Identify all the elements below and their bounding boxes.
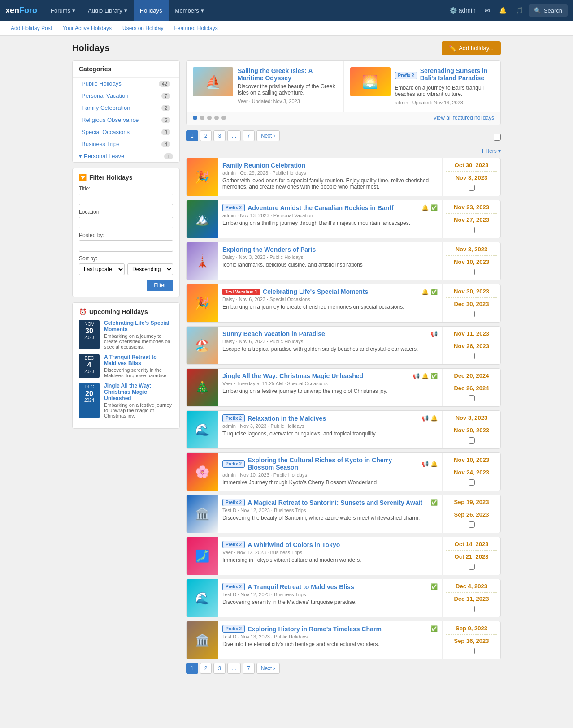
- check-icon[interactable]: ✅: [430, 289, 438, 295]
- check-icon[interactable]: ✅: [430, 583, 438, 590]
- category-personal-leave[interactable]: ▾ Personal Leave 1: [73, 150, 179, 162]
- category-personal-vacation[interactable]: Personal Vacation 7: [73, 90, 179, 102]
- holiday-main-8: Prefix 2 A Magical Retreat to Santorini:…: [218, 495, 442, 533]
- holiday-title-8[interactable]: A Magical Retreat to Santorini: Sunsets …: [247, 499, 422, 506]
- filter-posted-by-input[interactable]: [79, 240, 173, 252]
- bell-icon[interactable]: 🔔: [421, 373, 429, 379]
- holiday-checkbox-6[interactable]: [469, 437, 475, 444]
- view-all-featured[interactable]: View all featured holidays: [433, 115, 494, 121]
- megaphone-icon[interactable]: 📢: [412, 373, 420, 379]
- nav-holidays[interactable]: Holidays: [134, 0, 169, 21]
- holiday-checkbox-3[interactable]: [469, 311, 475, 317]
- page-container: Holidays ✏️ Add holiday... Categories Pu…: [67, 36, 506, 683]
- trophies-icon[interactable]: 🎵: [512, 0, 527, 21]
- category-business-trips[interactable]: Business Trips 4: [73, 138, 179, 150]
- megaphone-icon[interactable]: 📢: [421, 415, 429, 422]
- holiday-checkbox-2[interactable]: [469, 269, 475, 275]
- holiday-meta-1: admin · Nov 13, 2023 · Personal Vacation: [222, 213, 438, 218]
- holiday-start-1: Nov 23, 2023: [454, 204, 489, 211]
- order-select[interactable]: Descending Ascending: [127, 263, 173, 275]
- page-1-bottom[interactable]: 1: [186, 663, 198, 674]
- subnav-users-on-holiday[interactable]: Users on Holiday: [117, 21, 169, 36]
- check-icon[interactable]: ✅: [430, 499, 438, 506]
- carousel-dot-4[interactable]: [221, 116, 226, 120]
- nav-forums[interactable]: Forums ▾: [44, 0, 82, 21]
- sort-select[interactable]: Last update Date posted Title Views: [79, 263, 125, 275]
- page-next-bottom[interactable]: Next ›: [256, 663, 280, 674]
- carousel-title-0[interactable]: Sailing the Greek Isles: A Maritime Odys…: [238, 67, 337, 82]
- bell-icon[interactable]: 🔔: [430, 415, 438, 422]
- carousel-title-1[interactable]: Serenading Sunsets in Bali's Island Para…: [420, 67, 494, 82]
- holiday-checkbox-7[interactable]: [469, 479, 475, 486]
- holiday-title-10[interactable]: A Tranquil Retreat to Maldives Bliss: [247, 583, 354, 590]
- subnav-your-active-holidays[interactable]: Your Active Holidays: [57, 21, 117, 36]
- holiday-checkbox-10[interactable]: [469, 606, 475, 612]
- nav-audio-library[interactable]: Audio Library ▾: [82, 0, 134, 21]
- holiday-title-6[interactable]: Relaxation in the Maldives: [247, 415, 326, 422]
- holiday-checkbox-0[interactable]: [469, 185, 475, 191]
- holiday-checkbox-8[interactable]: [469, 521, 475, 528]
- page-2-top[interactable]: 2: [200, 130, 212, 141]
- holiday-title-11[interactable]: Exploring History in Rome's Timeless Cha…: [247, 625, 382, 633]
- search-button[interactable]: 🔍 Search: [529, 4, 568, 17]
- holiday-title-2[interactable]: Exploring the Wonders of Paris: [222, 246, 316, 253]
- filter-title-input[interactable]: [79, 194, 173, 205]
- site-logo[interactable]: xenForo: [5, 6, 37, 15]
- upcoming-title-0[interactable]: Celebrating Life's Special Moments: [104, 320, 173, 332]
- user-menu[interactable]: ⚙️ admin: [446, 0, 479, 21]
- category-religious-observance[interactable]: Religious Observance 5: [73, 114, 179, 126]
- holiday-title-3[interactable]: Celebrating Life's Special Moments: [263, 288, 368, 295]
- holiday-item-6: 🌊 Prefix 2 Relaxation in the Maldives 📢🔔…: [186, 410, 501, 449]
- holiday-checkbox-4[interactable]: [469, 353, 475, 359]
- carousel-dot-0[interactable]: [193, 116, 197, 120]
- holiday-desc-2: Iconic landmarks, delicious cuisine, and…: [222, 262, 438, 268]
- holiday-title-0[interactable]: Family Reunion Celebration: [222, 162, 305, 169]
- page-3-top[interactable]: 3: [213, 130, 226, 141]
- filters-button[interactable]: Filters ▾: [482, 148, 501, 154]
- holiday-title-1[interactable]: Adventure Amidst the Canadian Rockies in…: [247, 204, 393, 211]
- filter-button[interactable]: Filter: [147, 280, 173, 291]
- holiday-title-7[interactable]: Exploring the Cultural Riches of Kyoto i…: [247, 457, 419, 471]
- page-1-top[interactable]: 1: [186, 130, 198, 141]
- check-icon[interactable]: ✅: [430, 204, 438, 211]
- megaphone-icon[interactable]: 📢: [430, 331, 438, 337]
- check-icon[interactable]: ✅: [430, 373, 438, 379]
- holiday-title-9[interactable]: A Whirlwind of Colors in Tokyo: [247, 541, 340, 548]
- filter-section: 🔽 Filter Holidays Title: Location: Poste…: [72, 168, 180, 297]
- carousel-dot-3[interactable]: [214, 116, 219, 120]
- holiday-checkbox-9[interactable]: [469, 564, 475, 570]
- page-2-bottom[interactable]: 2: [200, 663, 212, 674]
- holiday-checkbox-1[interactable]: [469, 227, 475, 233]
- nav-members[interactable]: Members ▾: [169, 0, 210, 21]
- category-public-holidays[interactable]: Public Holidays 42: [73, 78, 179, 90]
- upcoming-title-2[interactable]: Jingle All the Way: Christmas Magic Unle…: [104, 383, 173, 401]
- check-icon[interactable]: ✅: [430, 625, 438, 632]
- select-all-checkbox[interactable]: [494, 134, 501, 141]
- carousel-dot-1[interactable]: [200, 116, 204, 120]
- notifications-icon[interactable]: 🔔: [495, 0, 510, 21]
- category-family-celebration[interactable]: Family Celebration 2: [73, 102, 179, 114]
- bell-icon[interactable]: 🔔: [430, 461, 438, 467]
- holiday-checkbox-5[interactable]: [469, 395, 475, 401]
- page-7-bottom[interactable]: 7: [243, 663, 255, 674]
- messages-icon[interactable]: ✉: [481, 0, 494, 21]
- holiday-title-5[interactable]: Jingle All the Way: Christmas Magic Unle…: [222, 372, 363, 379]
- subnav-add-holiday-post[interactable]: Add Holiday Post: [5, 21, 57, 36]
- upcoming-title-1[interactable]: A Tranquil Retreat to Maldives Bliss: [104, 354, 173, 366]
- holiday-title-4[interactable]: Sunny Beach Vacation in Paradise: [222, 330, 325, 337]
- subnav-featured-holidays[interactable]: Featured Holidays: [169, 21, 223, 36]
- category-special-occasions[interactable]: Special Occasions 3: [73, 126, 179, 138]
- holiday-end-3: Dec 30, 2023: [454, 301, 489, 307]
- add-holiday-button[interactable]: ✏️ Add holiday...: [442, 41, 501, 55]
- carousel-dot-2[interactable]: [207, 116, 212, 120]
- page-7-top[interactable]: 7: [243, 130, 255, 141]
- bell-icon[interactable]: 🔔: [421, 289, 429, 295]
- megaphone-icon[interactable]: 📢: [421, 461, 429, 467]
- filter-location-input[interactable]: [79, 217, 173, 228]
- bell-icon[interactable]: 🔔: [421, 204, 429, 211]
- holiday-item-9: 🗾 Prefix 2 A Whirlwind of Colors in Toky…: [186, 537, 501, 575]
- holiday-checkbox-11[interactable]: [469, 648, 475, 654]
- holiday-meta-0: admin · Oct 29, 2023 · Public Holidays: [222, 170, 438, 176]
- page-next-top[interactable]: Next ›: [256, 130, 280, 141]
- page-3-bottom[interactable]: 3: [213, 663, 226, 674]
